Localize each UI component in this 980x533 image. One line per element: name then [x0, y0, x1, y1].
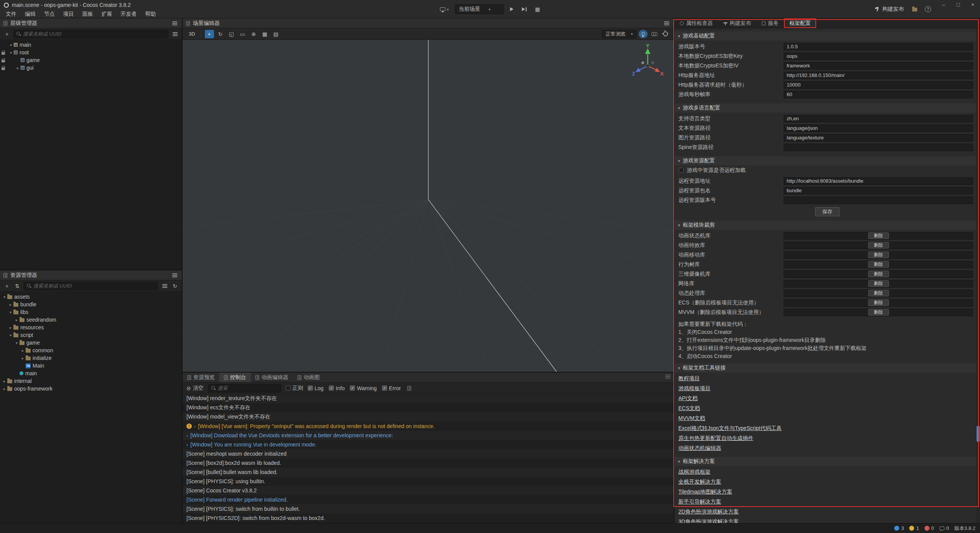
doc-link[interactable]: 原生包热更新配置自动生成插件: [675, 433, 753, 443]
property-input[interactable]: [784, 72, 973, 79]
menu-item[interactable]: 节点: [40, 11, 59, 18]
expand-chevron-icon[interactable]: ▸: [2, 387, 7, 391]
solution-link[interactable]: 全栈开发解决方案: [675, 477, 721, 487]
pivot-tool-button[interactable]: ⊕: [249, 30, 258, 38]
log-row[interactable]: › [Scene] meshopt wasm decoder initializ…: [183, 449, 674, 458]
delete-module-button[interactable]: 删除: [868, 242, 889, 249]
expand-chevron-icon[interactable]: ▸: [2, 379, 7, 383]
console-tab[interactable]: 动画图: [293, 373, 324, 382]
console-tab[interactable]: 资源预览: [183, 373, 219, 382]
console-tab[interactable]: 动画编辑器: [251, 373, 293, 382]
minimize-button[interactable]: –: [936, 0, 951, 9]
doc-link[interactable]: API文档: [675, 393, 698, 403]
asset-row[interactable]: ▾ game: [0, 339, 182, 347]
hierarchy-node-row[interactable]: game: [0, 56, 182, 64]
snap-list-button[interactable]: ▤: [271, 30, 281, 38]
delete-module-button[interactable]: 删除: [868, 252, 889, 258]
log-row[interactable]: › [Scene] Cocos Creator v3.8.2: [183, 486, 674, 495]
hierarchy-node-row[interactable]: ▾ root: [0, 49, 182, 56]
expand-chevron-icon[interactable]: ▾: [8, 333, 13, 337]
expand-chevron-icon[interactable]: ▸: [20, 348, 26, 353]
asset-row[interactable]: main: [0, 370, 182, 377]
log-row[interactable]: › [Scene] Forward render pipeline initia…: [183, 495, 674, 504]
asset-row[interactable]: ▸ seedrandom: [0, 316, 182, 324]
doc-link[interactable]: MVVM文档: [675, 413, 705, 423]
property-input[interactable]: [784, 115, 973, 123]
expand-chevron-icon[interactable]: ▸: [8, 325, 13, 330]
property-input[interactable]: [784, 177, 973, 185]
axis-gizmo[interactable]: Y X Z: [631, 44, 665, 80]
menu-item[interactable]: 帮助: [141, 11, 160, 18]
property-input[interactable]: [784, 43, 973, 51]
inspector-tab[interactable]: 框架配置: [784, 18, 816, 28]
save-button[interactable]: 保存: [815, 207, 840, 216]
delete-module-button[interactable]: 删除: [868, 280, 889, 287]
inspector-tab[interactable]: 属性检查器: [675, 18, 718, 28]
create-node-button[interactable]: +: [3, 30, 11, 38]
log-row[interactable]: › [Scene] [box2d]:box2d wasm lib loaded.: [183, 458, 674, 468]
regex-checkbox[interactable]: 正则: [286, 385, 303, 392]
lighting-toggle-button[interactable]: [639, 30, 648, 38]
create-asset-button[interactable]: +: [3, 282, 11, 290]
hierarchy-filter-button[interactable]: [171, 30, 179, 38]
property-input[interactable]: [784, 62, 973, 70]
assets-filter-button[interactable]: [161, 282, 168, 290]
lock-icon[interactable]: [2, 60, 5, 62]
scrollbar[interactable]: [976, 28, 980, 523]
property-input[interactable]: [784, 52, 973, 60]
step-button[interactable]: [519, 6, 529, 13]
log-file-button[interactable]: [405, 384, 413, 392]
log-row[interactable]: › [Scene] [bullet]:bullet wasm lib loade…: [183, 468, 674, 477]
section-header-docs[interactable]: ▾ 框架文档工具链接: [675, 363, 980, 373]
property-input[interactable]: [784, 81, 973, 89]
console-panel-menu-button[interactable]: [664, 373, 671, 380]
log-row[interactable]: › [Window] You are running Vue in develo…: [183, 440, 674, 449]
section-header-modules[interactable]: ▾ 框架模块裁剪: [675, 221, 980, 230]
assets-panel-menu-button[interactable]: [171, 271, 178, 279]
move-tool-button[interactable]: +: [205, 30, 214, 38]
mode-3d-button[interactable]: 3D: [186, 30, 198, 38]
menu-item[interactable]: 项目: [59, 11, 78, 18]
snap-grid-button[interactable]: ▦: [260, 30, 270, 38]
menu-item[interactable]: 扩展: [97, 11, 116, 18]
scale-tool-button[interactable]: ◱: [227, 30, 236, 38]
log-row[interactable]: › [Window] ecs文件夹不存在: [183, 403, 674, 412]
log-row[interactable]: › [Window] model_view文件夹不存在: [183, 412, 674, 422]
rotate-tool-button[interactable]: ↻: [216, 30, 225, 38]
remote-load-checkbox[interactable]: [679, 168, 684, 173]
section-header-solutions[interactable]: ▾ 框架解决方案: [675, 457, 980, 466]
expand-chevron-icon[interactable]: ▾: [14, 341, 20, 345]
section-header-basic[interactable]: ▾ 游戏基础配置: [675, 31, 980, 41]
scene-panel-menu-button[interactable]: [663, 20, 670, 27]
preview-layout-button[interactable]: ▦: [532, 5, 542, 13]
property-input[interactable]: [784, 124, 973, 132]
menu-item[interactable]: 文件: [2, 11, 21, 18]
view-mode-dropdown[interactable]: 正常浏览 ▾: [602, 30, 637, 38]
expand-chevron-icon[interactable]: ▸: [8, 302, 13, 307]
hierarchy-node-row[interactable]: ▾ main: [0, 41, 182, 49]
play-button[interactable]: [508, 6, 516, 12]
asset-row[interactable]: ▸ resources: [0, 324, 182, 331]
log-filter-checkbox[interactable]: Warning: [350, 385, 377, 391]
log-filter-checkbox[interactable]: Info: [329, 385, 345, 391]
expand-arrow-icon[interactable]: ›: [186, 433, 188, 438]
preview-platform-button[interactable]: ▾: [438, 6, 451, 13]
expand-chevron-icon[interactable]: ▸: [15, 66, 21, 70]
delete-module-button[interactable]: 删除: [868, 261, 889, 268]
property-input[interactable]: [784, 91, 973, 98]
scene-select-dropdown[interactable]: 当前场景 ▾: [455, 4, 504, 14]
hierarchy-panel-menu-button[interactable]: [171, 20, 178, 27]
solution-link[interactable]: Tiledmap地图解决方案: [675, 487, 732, 497]
help-button[interactable]: ?: [923, 5, 933, 13]
build-publish-button[interactable]: 构建发布: [872, 4, 907, 14]
doc-link[interactable]: ECS文档: [675, 403, 700, 413]
delete-module-button[interactable]: 删除: [868, 299, 889, 306]
message-badge[interactable]: 0: [939, 525, 949, 531]
property-input[interactable]: [784, 187, 973, 195]
menu-item[interactable]: 开发者: [116, 11, 141, 18]
expand-arrow-icon[interactable]: ›: [186, 442, 188, 448]
lock-icon[interactable]: [2, 67, 5, 70]
section-header-language[interactable]: ▾ 游戏多语言配置: [675, 103, 980, 113]
inspector-tab[interactable]: 构建发布: [718, 18, 756, 28]
log-row[interactable]: › [Window] Download the Vue Devtools ext…: [183, 431, 674, 440]
